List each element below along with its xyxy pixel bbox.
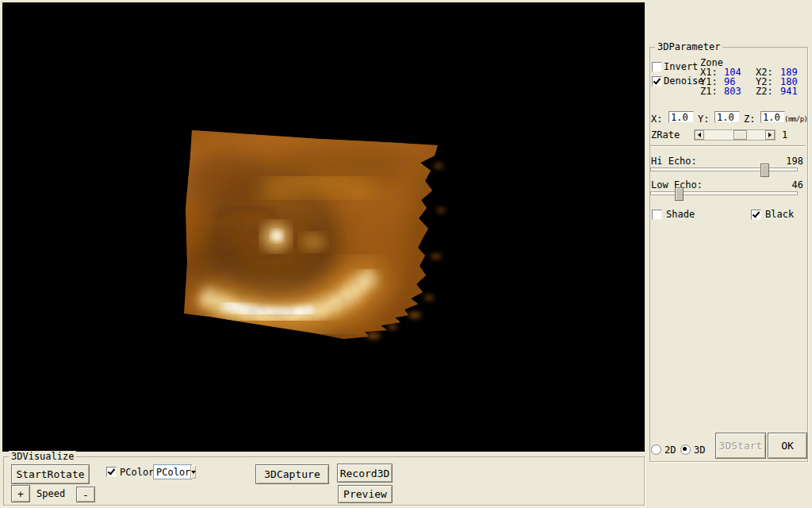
- scroll-left-icon: [698, 133, 701, 137]
- y-scale-label: Y:: [698, 114, 709, 124]
- zone-z2-value: 941: [780, 87, 798, 96]
- shade-label: Shade: [666, 210, 695, 219]
- ultrasound-3d-render: [2, 2, 645, 452]
- capture-3d-button[interactable]: 3DCapture: [255, 464, 329, 484]
- hi-echo-value: 198: [774, 156, 803, 166]
- denoise-label: Denoise: [664, 76, 704, 86]
- denoise-checkbox[interactable]: [652, 76, 662, 87]
- speed-minus-button[interactable]: -: [76, 487, 95, 502]
- zrate-scrollbar[interactable]: [694, 129, 776, 140]
- check-icon: [108, 467, 116, 475]
- zrate-label: ZRate: [651, 130, 680, 140]
- pcolor-combobox[interactable]: PColor: [153, 464, 192, 479]
- low-echo-slider-thumb[interactable]: [675, 187, 684, 201]
- pcolor-combo-value: PColor: [154, 467, 190, 478]
- hi-echo-slider-thumb[interactable]: [760, 164, 769, 177]
- z-scale-field[interactable]: [760, 111, 785, 123]
- low-echo-slider-track[interactable]: [650, 191, 798, 195]
- parameter-group-title: 3DParameter: [655, 41, 722, 52]
- visualize-groupbox: 3DVisualize StartRotate + Speed - PColor…: [3, 456, 645, 506]
- pcolor-combo-dropdown-button[interactable]: [190, 465, 196, 479]
- check-icon: [753, 210, 760, 217]
- zone-z2-label: Z2:: [756, 87, 773, 96]
- invert-checkbox[interactable]: [652, 62, 662, 72]
- hi-echo-slider-track[interactable]: [650, 167, 798, 171]
- zone-z1-value: 803: [724, 87, 741, 96]
- start-3d-button[interactable]: 3DStart: [715, 433, 766, 459]
- y-scale-field[interactable]: [714, 111, 740, 123]
- dropdown-arrow-icon: [191, 471, 196, 474]
- low-echo-value: 46: [774, 180, 803, 190]
- z-scale-label: Z:: [744, 114, 755, 124]
- zrate-value: 1: [782, 130, 787, 140]
- zrate-scroll-thumb[interactable]: [733, 130, 747, 140]
- mode-2d-label: 2D: [665, 445, 676, 455]
- shade-checkbox[interactable]: [652, 210, 662, 220]
- separator: [650, 145, 806, 147]
- x-scale-label: X:: [651, 114, 662, 124]
- record-3d-button[interactable]: Record3D: [337, 464, 393, 483]
- mode-2d-radio[interactable]: [651, 444, 661, 455]
- parameter-groupbox: 3DParameter Invert Denoise Zone X1: 104 …: [649, 47, 808, 462]
- radio-dot-icon: [683, 447, 687, 451]
- zone-z1-label: Z1:: [700, 87, 718, 96]
- hi-echo-label: Hi Echo:: [651, 156, 697, 166]
- scroll-right-icon: [768, 133, 772, 137]
- speed-plus-button[interactable]: +: [11, 485, 30, 502]
- black-checkbox[interactable]: [751, 210, 761, 220]
- invert-label: Invert: [664, 62, 698, 71]
- pcolor-label: PColor: [120, 468, 154, 477]
- visualize-group-title: 3DVisualize: [9, 451, 76, 462]
- preview-button[interactable]: Preview: [338, 485, 393, 503]
- zrate-scroll-left-button[interactable]: [695, 130, 704, 140]
- ok-button[interactable]: OK: [768, 433, 807, 459]
- x-scale-field[interactable]: [668, 111, 694, 123]
- pcolor-checkbox[interactable]: [106, 467, 117, 477]
- black-label: Black: [765, 210, 794, 219]
- check-icon: [653, 76, 661, 84]
- start-rotate-button[interactable]: StartRotate: [11, 464, 90, 484]
- speed-label: Speed: [36, 489, 65, 498]
- mode-3d-radio[interactable]: [680, 444, 691, 455]
- render-viewport[interactable]: [2, 2, 645, 452]
- zrate-scroll-right-button[interactable]: [765, 130, 775, 140]
- scale-unit-label: (mm/p): [784, 114, 808, 124]
- mode-3d-label: 3D: [694, 445, 705, 455]
